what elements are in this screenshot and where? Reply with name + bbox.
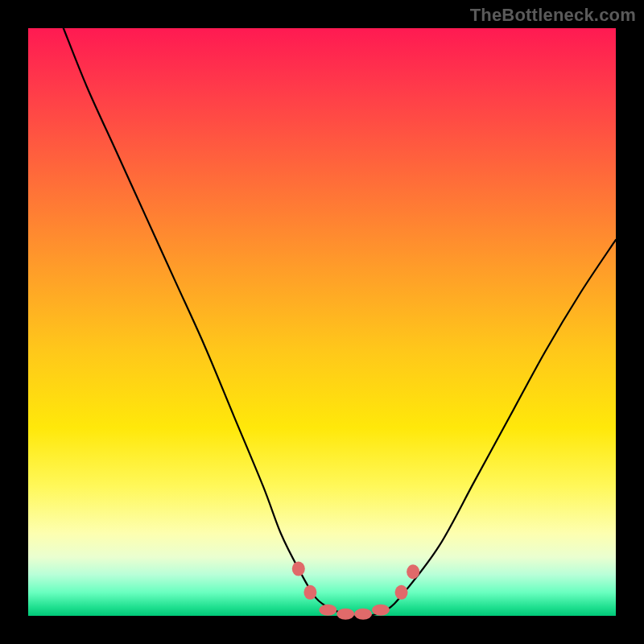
marker-right-lower xyxy=(395,585,408,600)
marker-trough-1 xyxy=(319,605,336,616)
plot-area xyxy=(28,28,616,616)
watermark-text: TheBottleneck.com xyxy=(470,5,636,26)
marker-trough-3 xyxy=(354,609,372,620)
curve-svg xyxy=(28,28,616,616)
marker-trough-4 xyxy=(372,605,390,616)
marker-trough-2 xyxy=(336,609,354,620)
chart-frame: TheBottleneck.com xyxy=(0,0,644,644)
trough-markers xyxy=(292,562,419,620)
marker-left-upper xyxy=(292,562,305,576)
marker-left-lower xyxy=(303,585,316,600)
marker-right-upper xyxy=(407,564,419,579)
bottleneck-curve xyxy=(64,28,616,617)
